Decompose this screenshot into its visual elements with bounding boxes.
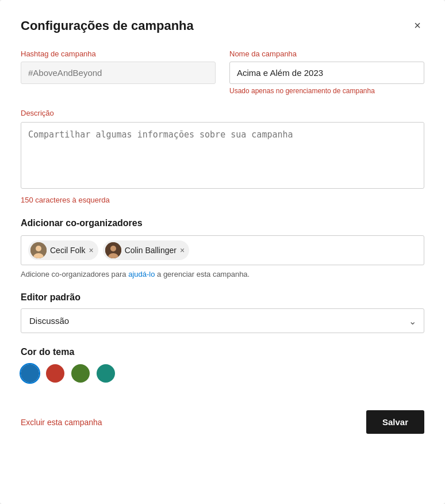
campaign-name-input[interactable] [229, 62, 424, 84]
co-org-name-colin: Colin Ballinger [125, 246, 177, 255]
default-editor-title: Editor padrão [21, 292, 424, 303]
editor-select-wrapper: Discussão Artigo Pergunta ⌄ [21, 308, 424, 333]
co-org-hint-link[interactable]: ajudá-lo [128, 270, 155, 278]
modal-header: Configurações de campanha × [21, 18, 424, 33]
description-textarea[interactable] [21, 123, 424, 186]
hashtag-input[interactable] [21, 62, 216, 84]
co-organizers-section: Adicionar co-organizadores Cecil Folk × [21, 218, 424, 265]
description-label: Descrição [21, 109, 424, 117]
svg-point-1 [36, 246, 41, 251]
co-organizers-input-box[interactable]: Cecil Folk × Colin Ballinger × [21, 235, 424, 265]
remove-cecil-button[interactable]: × [89, 246, 93, 254]
co-org-tag-cecil: Cecil Folk × [28, 240, 98, 260]
editor-select[interactable]: Discussão Artigo Pergunta [21, 308, 424, 333]
co-org-name-cecil: Cecil Folk [50, 246, 85, 255]
color-swatch-green[interactable] [71, 364, 90, 383]
close-button[interactable]: × [411, 18, 424, 32]
co-org-tag-colin: Colin Ballinger × [103, 240, 189, 260]
color-swatch-teal[interactable] [97, 364, 115, 383]
svg-point-4 [110, 246, 116, 251]
color-swatch-red[interactable] [46, 364, 64, 383]
delete-campaign-button[interactable]: Excluir esta campanha [21, 418, 102, 427]
color-swatches [21, 364, 424, 383]
campaign-settings-modal: Configurações de campanha × Hashtag de c… [0, 0, 445, 504]
default-editor-section: Editor padrão Discussão Artigo Pergunta … [21, 292, 424, 333]
save-button[interactable]: Salvar [366, 410, 424, 434]
color-swatch-blue[interactable] [21, 364, 39, 383]
description-textarea-wrapper [21, 122, 424, 189]
avatar-colin [105, 242, 121, 258]
char-count-number: 150 [21, 196, 33, 204]
remove-colin-button[interactable]: × [180, 246, 185, 254]
modal-footer: Excluir esta campanha Salvar [21, 410, 424, 434]
campaign-name-label: Nome da campanha [229, 49, 424, 58]
campaign-name-group: Nome da campanha Usado apenas no gerenci… [229, 49, 424, 95]
co-organizers-title: Adicionar co-organizadores [21, 218, 424, 228]
hashtag-label: Hashtag de campanha [21, 49, 216, 58]
char-count-suffix: caracteres à esquerda [33, 196, 110, 204]
hashtag-group: Hashtag de campanha [21, 49, 216, 95]
theme-color-section: Cor do tema [21, 347, 424, 383]
avatar-cecil [30, 242, 47, 258]
theme-color-title: Cor do tema [21, 347, 424, 357]
char-count: 150 caracteres à esquerda [21, 196, 424, 204]
co-org-hint: Adicione co-organizadores para ajudá-lo … [21, 270, 424, 278]
description-group: Descrição [21, 109, 424, 192]
campaign-name-hint: Usado apenas no gerenciamento de campanh… [229, 87, 424, 95]
modal-title: Configurações de campanha [21, 18, 194, 33]
top-fields-row: Hashtag de campanha Nome da campanha Usa… [21, 49, 424, 95]
